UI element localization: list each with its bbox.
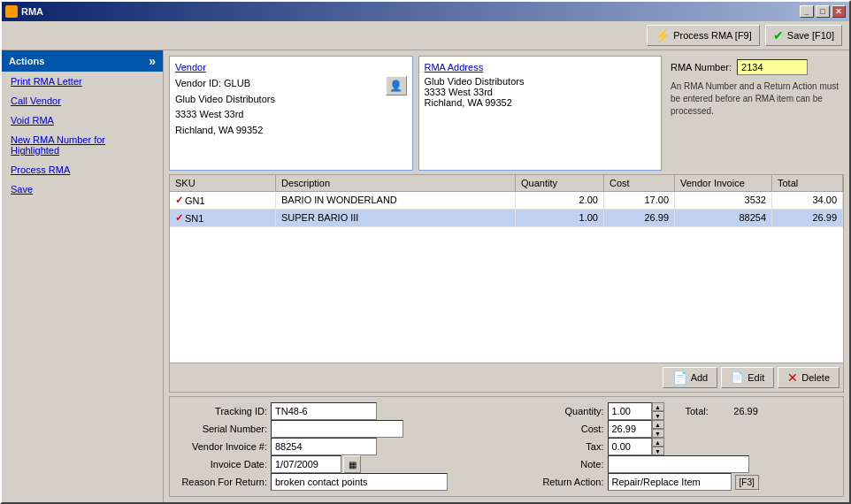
vendor-city-state: Richland, WA 99352 <box>175 123 380 139</box>
grid-header: SKU Description Quantity Cost Vendor Inv… <box>170 175 843 192</box>
col-cost: Cost <box>604 175 675 191</box>
tracking-id-label: Tracking ID: <box>179 406 267 416</box>
save-button[interactable]: ✔ Save [F10] <box>765 25 842 46</box>
edit-label: Edit <box>748 372 764 383</box>
vendor-invoice-row: Vendor Invoice #: <box>179 438 498 455</box>
cost-down-button[interactable]: ▼ <box>652 429 664 438</box>
vendor-id-row: Vendor ID: GLUB <box>175 76 380 92</box>
main-window: RMA _ □ ✕ ⚡ Process RMA [F9] ✔ Save [F10… <box>0 0 851 504</box>
detail-section: Tracking ID: Serial Number: Vendor Invoi… <box>169 396 844 497</box>
tax-down-button[interactable]: ▼ <box>652 447 664 455</box>
process-rma-button[interactable]: ⚡ Process RMA [F9] <box>647 25 760 46</box>
quantity-up-button[interactable]: ▲ <box>652 402 664 411</box>
edit-button[interactable]: 📄 Edit <box>721 367 774 388</box>
serial-number-input[interactable] <box>271 420 403 438</box>
col-quantity: Quantity <box>516 175 604 191</box>
vendor-invoice-input[interactable] <box>271 438 377 455</box>
quantity-input[interactable] <box>608 402 652 420</box>
rma-address-title: RMA Address <box>425 62 656 73</box>
row2-total: 26.99 <box>772 210 843 226</box>
quantity-spinner: ▲ ▼ <box>608 402 664 420</box>
total-wrapper: Total: 26.99 <box>686 406 758 416</box>
detail-grid: Tracking ID: Serial Number: Vendor Invoi… <box>179 402 834 491</box>
sidebar-header-label: Actions <box>9 56 44 66</box>
app-icon <box>5 5 18 18</box>
vendor-section-title[interactable]: Vendor <box>175 62 407 73</box>
toolbar: ⚡ Process RMA [F9] ✔ Save [F10] <box>2 21 849 50</box>
reason-row: Reason For Return: <box>179 473 498 491</box>
serial-number-label: Serial Number: <box>179 424 267 434</box>
vendor-box: Vendor Vendor ID: GLUB Glub Video Distri… <box>169 56 413 171</box>
return-action-input[interactable] <box>608 473 732 491</box>
row2-cost: 26.99 <box>604 210 675 226</box>
col-description: Description <box>276 175 516 191</box>
vendor-address1: 3333 West 33rd <box>175 107 380 123</box>
grid-footer: 📄 Add 📄 Edit ✕ Delete <box>170 363 843 392</box>
row1-quantity: 2.00 <box>516 192 604 209</box>
note-input[interactable] <box>608 455 749 473</box>
sidebar-header: Actions » <box>2 50 163 72</box>
sidebar-item-save[interactable]: Save <box>2 179 163 199</box>
return-action-label: Return Action: <box>516 477 604 487</box>
rma-number-label: RMA Number: <box>671 62 732 73</box>
save-label: Save [F10] <box>787 30 834 41</box>
row1-total: 34.00 <box>772 192 843 209</box>
rma-address-name: Glub Video Distributors <box>425 76 656 87</box>
tax-label: Tax: <box>516 441 604 452</box>
cost-input[interactable] <box>608 420 652 438</box>
invoice-date-input[interactable] <box>271 455 341 473</box>
check-icon: ✓ <box>175 195 183 206</box>
quantity-down-button[interactable]: ▼ <box>652 411 664 420</box>
rma-number-box: RMA Number: An RMA Number and a Return A… <box>667 56 844 171</box>
rma-address-line1: 3333 West 33rd <box>425 87 656 97</box>
sidebar-collapse-icon[interactable]: » <box>149 54 156 68</box>
col-total: Total <box>772 175 843 191</box>
rma-number-input[interactable] <box>737 59 808 75</box>
table-row[interactable]: ✓ GN1 BARIO IN WONDERLAND 2.00 17.00 353… <box>170 192 843 210</box>
rma-number-row: RMA Number: <box>671 59 840 75</box>
tax-spin-buttons: ▲ ▼ <box>652 438 664 455</box>
reason-label: Reason For Return: <box>179 477 267 487</box>
vendor-lookup-button[interactable]: 👤 <box>386 76 407 95</box>
window-title: RMA <box>21 6 43 17</box>
col-vendor-invoice: Vendor Invoice <box>675 175 772 191</box>
invoice-date-row: Invoice Date: ▦ <box>179 455 498 473</box>
calendar-button[interactable]: ▦ <box>343 455 361 473</box>
row2-vendor-invoice: 88254 <box>675 210 772 226</box>
invoice-date-label: Invoice Date: <box>179 459 267 470</box>
tax-up-button[interactable]: ▲ <box>652 438 664 447</box>
row1-vendor-invoice: 3532 <box>675 192 772 209</box>
tracking-id-input[interactable] <box>271 402 377 420</box>
row2-sku: ✓ SN1 <box>170 210 276 226</box>
maximize-button[interactable]: □ <box>816 5 830 18</box>
sidebar-item-new-rma-number[interactable]: New RMA Number for Highlighted <box>2 130 163 160</box>
quantity-label: Quantity: <box>516 406 604 416</box>
sidebar-item-void-rma[interactable]: Void RMA <box>2 111 163 130</box>
quantity-spin-buttons: ▲ ▼ <box>652 402 664 420</box>
minimize-button[interactable]: _ <box>800 5 814 18</box>
process-rma-label: Process RMA [F9] <box>673 30 752 41</box>
delete-button[interactable]: ✕ Delete <box>778 367 840 388</box>
delete-label: Delete <box>801 372 830 383</box>
table-row[interactable]: ✓ SN1 SUPER BARIO III 1.00 26.99 88254 2… <box>170 210 843 227</box>
sidebar-item-process-rma[interactable]: Process RMA <box>2 160 163 179</box>
row2-description: SUPER BARIO III <box>276 210 516 226</box>
vendor-name: Glub Video Distributors <box>175 92 380 108</box>
sidebar-item-print-rma-letter[interactable]: Print RMA Letter <box>2 72 163 91</box>
cost-label: Cost: <box>516 424 604 434</box>
reason-input[interactable] <box>271 473 448 491</box>
add-button[interactable]: 📄 Add <box>663 367 718 388</box>
edit-icon: 📄 <box>731 371 744 384</box>
tax-input[interactable] <box>608 438 652 455</box>
calendar-icon: ▦ <box>349 460 356 470</box>
close-button[interactable]: ✕ <box>832 5 846 18</box>
sidebar-item-call-vendor[interactable]: Call Vendor <box>2 91 163 111</box>
cost-up-button[interactable]: ▲ <box>652 420 664 429</box>
content-area: Actions » Print RMA Letter Call Vendor V… <box>2 50 849 502</box>
add-label: Add <box>691 372 709 383</box>
grid-body: ✓ GN1 BARIO IN WONDERLAND 2.00 17.00 353… <box>170 192 843 363</box>
checkmark-icon: ✔ <box>773 28 784 42</box>
tax-row: Tax: ▲ ▼ <box>516 438 835 455</box>
note-row: Note: <box>516 455 835 473</box>
return-action-f3-button[interactable]: [F3] <box>735 475 759 490</box>
